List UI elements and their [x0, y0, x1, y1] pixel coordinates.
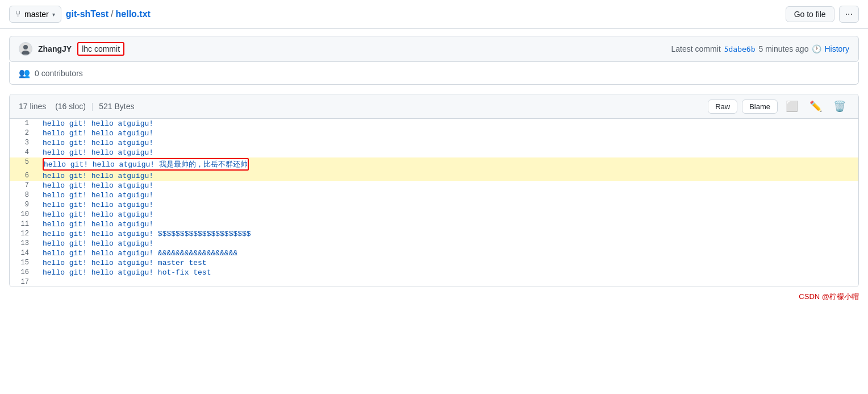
line-code: hello git! hello atguigu!: [38, 119, 858, 128]
top-bar: ⑂ master ▾ git-shTest / hello.txt Go to …: [0, 0, 868, 29]
table-row: 5hello git! hello atguigu! 我是最帅的，比岳不群还帅: [10, 157, 858, 171]
line-number: 2: [10, 128, 38, 138]
line-number: 4: [10, 148, 38, 157]
line-number: 11: [10, 219, 38, 229]
file-actions: Raw Blame ⬜ ✏️ 🗑️: [708, 99, 849, 114]
delete-icon-button[interactable]: 🗑️: [830, 99, 849, 114]
breadcrumb: git-shTest / hello.txt: [66, 9, 151, 19]
code-table: 1hello git! hello atguigu!2hello git! he…: [10, 119, 858, 287]
line-code: hello git! hello atguigu!: [38, 200, 858, 210]
line-code: hello git! hello atguigu! 我是最帅的，比岳不群还帅: [38, 157, 858, 171]
line-number: 8: [10, 190, 38, 200]
line-code: hello git! hello atguigu! master test: [38, 258, 858, 268]
line-code: hello git! hello atguigu!: [38, 210, 858, 219]
line-code: hello git! hello atguigu!: [38, 128, 858, 138]
line-number: 14: [10, 248, 38, 258]
avatar: [19, 42, 32, 56]
line-number: 13: [10, 239, 38, 248]
line-code: hello git! hello atguigu! &&&&&&&&&&&&&&…: [38, 248, 858, 258]
table-row: 13hello git! hello atguigu!: [10, 239, 858, 248]
table-row: 15hello git! hello atguigu! master test: [10, 258, 858, 268]
commit-message: lhc commit: [77, 42, 124, 56]
svg-point-1: [22, 51, 30, 55]
line-number: 16: [10, 268, 38, 277]
line-number: 9: [10, 200, 38, 210]
file-link[interactable]: hello.txt: [116, 9, 151, 19]
highlighted-code: hello git! hello atguigu! 我是最帅的，比岳不群还帅: [43, 158, 249, 171]
edit-icon-button[interactable]: ✏️: [806, 99, 825, 114]
line-number: 5: [10, 157, 38, 171]
history-label: History: [824, 44, 849, 53]
table-row: 4hello git! hello atguigu!: [10, 148, 858, 157]
table-row: 2hello git! hello atguigu!: [10, 128, 858, 138]
branch-icon: ⑂: [15, 9, 21, 19]
line-number: 17: [10, 277, 38, 287]
file-size: 521 Bytes: [99, 102, 134, 111]
commit-bar: ZhangJY lhc commit Latest commit 5dabe6b…: [9, 36, 859, 62]
file-header: 17 lines (16 sloc) | 521 Bytes Raw Blame…: [10, 94, 858, 119]
table-row: 17: [10, 277, 858, 287]
commit-author[interactable]: ZhangJY: [38, 44, 72, 53]
go-to-file-button[interactable]: Go to file: [786, 6, 834, 22]
line-code: [38, 277, 858, 287]
chevron-down-icon: ▾: [52, 11, 55, 18]
file-meta: 17 lines (16 sloc) | 521 Bytes: [19, 102, 135, 111]
table-row: 11hello git! hello atguigu!: [10, 219, 858, 229]
file-area: 17 lines (16 sloc) | 521 Bytes Raw Blame…: [9, 94, 859, 287]
commit-left: ZhangJY lhc commit: [19, 42, 124, 56]
file-lines: 17 lines: [19, 102, 46, 111]
more-options-button[interactable]: ···: [839, 6, 859, 23]
table-row: 3hello git! hello atguigu!: [10, 138, 858, 148]
table-row: 6hello git! hello atguigu!: [10, 171, 858, 181]
repo-link[interactable]: git-shTest: [66, 9, 108, 19]
blame-button[interactable]: Blame: [742, 99, 778, 114]
line-number: 10: [10, 210, 38, 219]
line-number: 6: [10, 171, 38, 181]
line-number: 7: [10, 181, 38, 190]
line-code: hello git! hello atguigu!: [38, 181, 858, 190]
line-code: hello git! hello atguigu! hot-fix test: [38, 268, 858, 277]
svg-point-0: [23, 45, 28, 49]
commit-hash[interactable]: 5dabe6b: [724, 45, 756, 53]
top-bar-right: Go to file ···: [786, 6, 859, 23]
file-sloc: (16 sloc): [55, 102, 86, 111]
table-row: 1hello git! hello atguigu!: [10, 119, 858, 128]
table-row: 14hello git! hello atguigu! &&&&&&&&&&&&…: [10, 248, 858, 258]
table-row: 10hello git! hello atguigu!: [10, 210, 858, 219]
line-code: hello git! hello atguigu!: [38, 219, 858, 229]
watermark: CSDN @柠檬小帽: [0, 287, 868, 304]
contributors-count: 0 contributors: [35, 69, 83, 78]
line-code: hello git! hello atguigu!: [38, 171, 858, 181]
contributors-bar: 👥 0 contributors: [9, 62, 859, 85]
table-row: 12hello git! hello atguigu! $$$$$$$$$$$$…: [10, 229, 858, 239]
branch-selector[interactable]: ⑂ master ▾: [9, 6, 61, 23]
line-code: hello git! hello atguigu! $$$$$$$$$$$$$$…: [38, 229, 858, 239]
table-row: 8hello git! hello atguigu!: [10, 190, 858, 200]
line-code: hello git! hello atguigu!: [38, 239, 858, 248]
clock-icon: 🕐: [812, 44, 821, 53]
table-row: 7hello git! hello atguigu!: [10, 181, 858, 190]
commit-time: 5 minutes ago: [758, 44, 808, 53]
table-row: 9hello git! hello atguigu!: [10, 200, 858, 210]
line-number: 12: [10, 229, 38, 239]
display-icon-button[interactable]: ⬜: [782, 99, 802, 114]
line-number: 1: [10, 119, 38, 128]
history-link[interactable]: 🕐 History: [812, 44, 849, 53]
line-number: 15: [10, 258, 38, 268]
branch-label: master: [24, 10, 49, 19]
top-bar-left: ⑂ master ▾ git-shTest / hello.txt: [9, 6, 151, 23]
contributors-icon: 👥: [19, 68, 30, 78]
line-code: hello git! hello atguigu!: [38, 138, 858, 148]
latest-commit-label: Latest commit: [671, 44, 721, 53]
commit-right: Latest commit 5dabe6b 5 minutes ago 🕐 Hi…: [671, 44, 849, 53]
breadcrumb-separator: /: [111, 9, 113, 19]
raw-button[interactable]: Raw: [708, 99, 737, 114]
line-code: hello git! hello atguigu!: [38, 190, 858, 200]
table-row: 16hello git! hello atguigu! hot-fix test: [10, 268, 858, 277]
line-code: hello git! hello atguigu!: [38, 148, 858, 157]
line-number: 3: [10, 138, 38, 148]
